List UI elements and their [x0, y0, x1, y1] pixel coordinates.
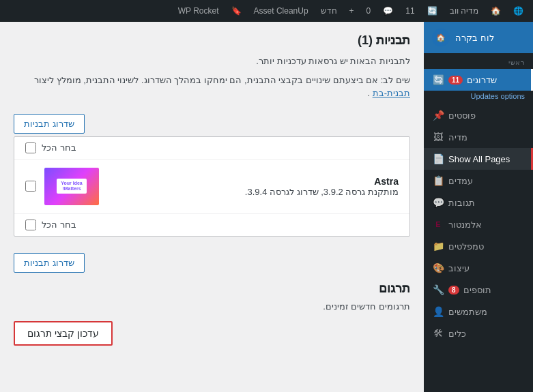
- sidebar-item-tools[interactable]: כלים 🛠: [424, 322, 533, 344]
- sidebar-item-elementor[interactable]: אלמנטור E: [424, 213, 533, 235]
- site-name[interactable]: מדיה ווב: [446, 6, 482, 16]
- sidebar-item-plugins[interactable]: תוספים 8 🔧: [424, 279, 533, 301]
- update-translations-button[interactable]: עדכון קבצי תרגום: [14, 321, 113, 346]
- posts-label: פוסטים: [448, 110, 476, 121]
- translations-title: תרגום: [14, 281, 410, 296]
- sidebar-section-label: ראשי: [424, 53, 533, 69]
- sidebar-item-updates[interactable]: שדרוגים 11 🔄: [424, 69, 533, 91]
- updates-label: שדרוגים: [467, 75, 497, 85]
- page-title: תבניות (1): [14, 33, 410, 48]
- bookmark-icon[interactable]: 🔖: [227, 6, 246, 16]
- templates-icon: 📁: [432, 240, 444, 252]
- elementor-label: אלמנטור: [448, 220, 482, 230]
- asset-cleanup[interactable]: Asset CleanUp: [250, 6, 313, 16]
- show-all-pages-label: Show All Pages: [448, 154, 510, 164]
- theme-update-text: מותקנת גרסה 3.9.2, שדרוג לגרסה 3.9.4.: [107, 187, 399, 197]
- theme-screenshot-text: Your IdeaMatters!: [57, 179, 86, 194]
- select-all-checkbox-top[interactable]: [25, 142, 36, 153]
- updates-icon[interactable]: 🔄: [423, 6, 442, 16]
- sidebar-item-templates[interactable]: טמפלטים 📁: [424, 235, 533, 257]
- posts-icon: 📌: [432, 109, 444, 121]
- comments-icon[interactable]: 💬: [379, 6, 397, 16]
- schedule-themes-button-bottom[interactable]: שדרוג תבניות: [14, 253, 85, 273]
- comments-count[interactable]: 0: [362, 6, 375, 16]
- section-note: שים לב: אם ביצעתם שינויים בקבצי התבנית, …: [14, 74, 410, 100]
- design-icon: 🎨: [432, 262, 444, 274]
- translations-desc: תרגומים חדשים זמינים.: [14, 301, 410, 312]
- sidebar-item-comments[interactable]: תגובות 💬: [424, 192, 533, 213]
- visit-site-icon[interactable]: 🌐: [509, 6, 528, 16]
- sidebar-item-pages[interactable]: עמדים 📋: [424, 170, 533, 192]
- pages-icon: 📋: [432, 175, 444, 187]
- select-all-checkbox-bottom[interactable]: [25, 220, 36, 230]
- new-item[interactable]: חדש: [317, 6, 341, 16]
- section-description: לתבניות הבאות יש גרסאות עדכניות יותר.: [14, 55, 410, 68]
- design-label: עיצוב: [448, 263, 470, 273]
- theme-checkbox-astra[interactable]: [25, 181, 36, 192]
- pages-label: עמדים: [448, 176, 473, 186]
- admin-bar: 🌐 🏠 מדיה ווב 🔄 11 💬 0 + חדש Asset CleanU…: [0, 0, 533, 22]
- media-icon: 🖼: [432, 131, 444, 143]
- theme-info: Astra מותקנת גרסה 3.9.2, שדרוג לגרסה 3.9…: [107, 176, 399, 197]
- dashboard-label: לוח בקרה: [455, 33, 494, 43]
- sidebar-item-design[interactable]: עיצוב 🎨: [424, 257, 533, 279]
- theme-row-astra: Astra מותקנת גרסה 3.9.2, שדרוג לגרסה 3.9…: [14, 160, 409, 213]
- sidebar-item-show-all-pages[interactable]: Show All Pages 📄: [424, 148, 533, 170]
- plugins-badge: 8: [448, 286, 459, 295]
- home-icon[interactable]: 🏠: [487, 6, 505, 16]
- media-label: מדיה: [448, 132, 467, 142]
- select-all-label-bottom: בחר הכל: [42, 220, 76, 230]
- theme-name: Astra: [107, 176, 399, 187]
- theme-child-link[interactable]: תבנית-בת: [373, 88, 410, 98]
- tools-label: כלים: [448, 329, 466, 339]
- schedule-themes-button-top[interactable]: שדרוג תבניות: [14, 114, 85, 134]
- wp-rocket[interactable]: WP Rocket: [174, 6, 223, 16]
- select-all-label-top: בחר הכל: [42, 142, 76, 153]
- updates-options-label[interactable]: Updates options: [424, 91, 533, 104]
- dashboard-icon: 🏠: [432, 29, 450, 46]
- main-content: תבניות (1) לתבניות הבאות יש גרסאות עדכני…: [0, 22, 424, 392]
- theme-screenshot: Your IdeaMatters!: [44, 168, 99, 205]
- tools-icon: 🛠: [432, 327, 444, 340]
- plugins-label: תוספים: [463, 285, 491, 295]
- sidebar-item-media[interactable]: מדיה 🖼: [424, 126, 533, 148]
- themes-card: בחר הכל Astra מותקנת גרסה 3.9.2, שדרוג ל…: [14, 136, 410, 237]
- users-icon: 👤: [432, 305, 444, 318]
- templates-label: טמפלטים: [448, 241, 484, 252]
- elementor-icon: E: [432, 218, 444, 230]
- comments-icon: 💬: [432, 196, 444, 209]
- dashboard-header[interactable]: לוח בקרה 🏠: [424, 22, 533, 53]
- translations-section: תרגום תרגומים חדשים זמינים. עדכון קבצי ת…: [14, 281, 410, 346]
- updates-count[interactable]: 11: [401, 6, 418, 16]
- updates-icon: 🔄: [432, 74, 444, 86]
- show-all-pages-icon: 📄: [432, 153, 444, 165]
- select-all-row-top: בחר הכל: [14, 137, 409, 160]
- sidebar-item-users[interactable]: משתמשים 👤: [424, 301, 533, 322]
- translations-action: עדכון קבצי תרגום: [14, 318, 410, 346]
- updates-badge: 11: [448, 76, 463, 85]
- plugins-icon: 🔧: [432, 284, 444, 296]
- comments-label: תגובות: [448, 198, 475, 208]
- sidebar-item-posts[interactable]: פוסטים 📌: [424, 104, 533, 126]
- select-all-row-bottom: בחר הכל: [14, 213, 409, 236]
- schedule-row-bottom: שדרוג תבניות: [14, 247, 410, 275]
- add-icon[interactable]: +: [345, 6, 358, 16]
- users-label: משתמשים: [448, 307, 487, 317]
- schedule-row-top: שדרוג תבניות: [14, 108, 410, 136]
- sidebar: לוח בקרה 🏠 ראשי שדרוגים 11 🔄 Updates opt…: [424, 22, 533, 392]
